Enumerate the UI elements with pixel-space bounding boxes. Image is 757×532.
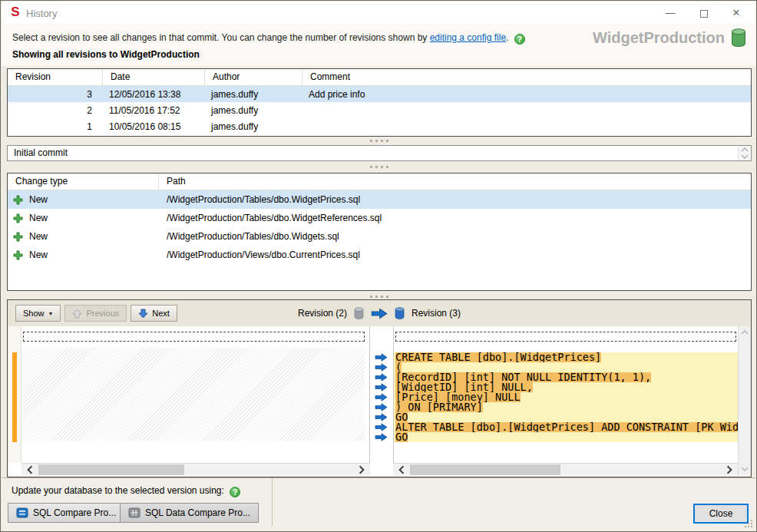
help-icon[interactable]: ? <box>514 34 525 45</box>
diff-right-pane: CREATE TABLE [dbo].[WidgetPrices] ( [Rec… <box>393 326 738 463</box>
splitter-dots-icon <box>370 140 388 142</box>
diff-left-pane <box>21 326 370 463</box>
comment-scrollbar[interactable] <box>738 146 751 160</box>
commit-comment-text: Initial commit <box>14 146 68 160</box>
diff-content: CREATE TABLE [dbo].[WidgetPrices] ( [Rec… <box>8 326 750 476</box>
arrow-down-icon <box>138 309 148 319</box>
missing-block-hatch <box>23 348 365 441</box>
sql-line: ( <box>394 362 738 372</box>
sql-line: [WidgetID] [int] NULL, <box>394 382 738 392</box>
previous-button[interactable]: Previous <box>64 305 127 322</box>
close-window-button[interactable]: ✕ <box>725 2 748 24</box>
scroll-down-icon[interactable] <box>741 466 749 472</box>
sql-line: GO <box>394 432 738 442</box>
empty-line-placeholder <box>23 332 365 342</box>
scroll-right-icon[interactable] <box>724 465 735 474</box>
arrow-right-icon <box>375 383 388 392</box>
sql-compare-button[interactable]: SQL Compare Pro... <box>8 503 124 523</box>
sql-data-compare-button[interactable]: SQL Data Compare Pro... <box>120 503 259 523</box>
show-dropdown-button[interactable]: Show ▼ <box>15 305 61 322</box>
update-database-label: Update your database to the selected ver… <box>12 485 240 497</box>
change-path: /WidgetProduction/Tables/dbo.WidgetPrice… <box>159 194 751 205</box>
column-header-path[interactable]: Path <box>159 173 751 190</box>
revision-author: james.duffy <box>205 89 302 100</box>
sql-line: [Price] [money] NULL <box>394 392 738 402</box>
column-header-author[interactable]: Author <box>205 69 302 85</box>
splitter-handle[interactable] <box>7 137 752 144</box>
sql-compare-icon <box>16 507 28 519</box>
close-button[interactable]: Close <box>693 504 749 524</box>
splitter-dots-icon <box>370 296 388 298</box>
sql-line: ALTER TABLE [dbo].[WidgetPrices] ADD CON… <box>394 422 738 432</box>
diff-margin-column <box>8 326 21 463</box>
scrollbar-thumb[interactable] <box>38 464 184 475</box>
scroll-down-icon[interactable] <box>741 154 749 160</box>
window-title: History <box>26 8 57 19</box>
scroll-right-icon[interactable] <box>356 465 367 474</box>
show-button-label: Show <box>23 309 45 318</box>
change-row[interactable]: New /WidgetProduction/Tables/dbo.WidgetR… <box>8 209 751 227</box>
column-header-revision[interactable]: Revision <box>8 69 103 85</box>
change-path: /WidgetProduction/Tables/dbo.WidgetRefer… <box>159 213 751 223</box>
change-path: /WidgetProduction/Tables/dbo.Widgets.sql <box>159 231 751 242</box>
revision-row[interactable]: 3 12/05/2016 13:38 james.duffy Add price… <box>8 86 751 102</box>
sql-line: GO <box>394 412 738 422</box>
database-icon-green <box>731 28 746 48</box>
diff-vertical-scrollbar[interactable] <box>738 326 750 475</box>
add-icon <box>13 250 23 260</box>
resize-grip[interactable] <box>751 526 752 527</box>
arrow-right-icon <box>375 433 388 441</box>
minimize-button[interactable]: — <box>659 2 682 24</box>
diff-toolbar: Show ▼ Previous Next Revision (2) <box>8 300 751 326</box>
revision-date: 10/05/2016 08:15 <box>103 121 205 132</box>
changes-table-header: Change type Path <box>8 173 751 190</box>
scroll-left-icon[interactable] <box>25 465 35 474</box>
scroll-up-icon[interactable] <box>741 147 749 153</box>
chevron-down-icon: ▼ <box>48 311 54 316</box>
scroll-left-icon[interactable] <box>396 465 407 474</box>
diff-viewer: Show ▼ Previous Next Revision (2) <box>7 299 752 477</box>
footer-bar: Update your database to the selected ver… <box>2 477 755 530</box>
scrollbar-thumb[interactable] <box>410 464 560 475</box>
sql-code-block: CREATE TABLE [dbo].[WidgetPrices] ( [Rec… <box>394 352 738 442</box>
arrow-right-icon <box>375 353 388 362</box>
sql-compare-button-label: SQL Compare Pro... <box>33 507 116 518</box>
change-row[interactable]: New /WidgetProduction/Tables/dbo.Widgets… <box>8 227 751 246</box>
revision-number: 2 <box>8 105 103 116</box>
add-icon <box>13 195 23 205</box>
revision-row[interactable]: 1 10/05/2016 08:15 james.duffy <box>8 118 751 134</box>
revision-date: 12/05/2016 13:38 <box>103 89 205 100</box>
database-title: WidgetProduction <box>593 28 746 48</box>
showing-revisions-label: Showing all revisions to WidgetProductio… <box>12 49 200 60</box>
splitter-dots-icon <box>370 166 388 168</box>
maximize-button[interactable] <box>693 2 716 24</box>
arrow-right-icon <box>375 373 388 382</box>
commit-comment-box[interactable]: Initial commit <box>7 145 752 161</box>
change-path: /WidgetProduction/Views/dbo.CurrentPrice… <box>159 249 751 260</box>
column-header-change-type[interactable]: Change type <box>8 173 159 190</box>
column-header-comment[interactable]: Comment <box>302 69 751 85</box>
arrow-right-icon <box>371 308 388 319</box>
titlebar: S History — ✕ <box>2 2 755 24</box>
maximize-icon <box>700 10 708 18</box>
next-button-label: Next <box>152 309 170 318</box>
history-window: S History — ✕ Select a revision to see a… <box>0 0 757 532</box>
help-icon[interactable]: ? <box>230 487 240 497</box>
config-file-link[interactable]: editing a config file <box>430 32 506 43</box>
splitter-handle[interactable] <box>7 164 752 170</box>
change-row[interactable]: New /WidgetProduction/Tables/dbo.WidgetP… <box>8 190 751 209</box>
arrow-right-icon <box>375 403 388 411</box>
arrow-right-icon <box>375 363 388 372</box>
change-type-label: New <box>29 194 48 205</box>
column-header-date[interactable]: Date <box>103 69 205 85</box>
sql-line: CREATE TABLE [dbo].[WidgetPrices] <box>394 352 738 362</box>
right-pane-horizontal-scrollbar[interactable] <box>393 463 738 475</box>
left-pane-horizontal-scrollbar[interactable] <box>21 463 370 475</box>
next-button[interactable]: Next <box>131 305 177 322</box>
database-icon-blue <box>395 307 405 319</box>
add-icon <box>13 232 23 242</box>
scroll-up-icon[interactable] <box>741 329 749 335</box>
change-row[interactable]: New /WidgetProduction/Views/dbo.CurrentP… <box>8 246 751 264</box>
revision-row[interactable]: 2 11/05/2016 17:52 james.duffy <box>8 102 751 118</box>
change-type-label: New <box>29 249 48 260</box>
